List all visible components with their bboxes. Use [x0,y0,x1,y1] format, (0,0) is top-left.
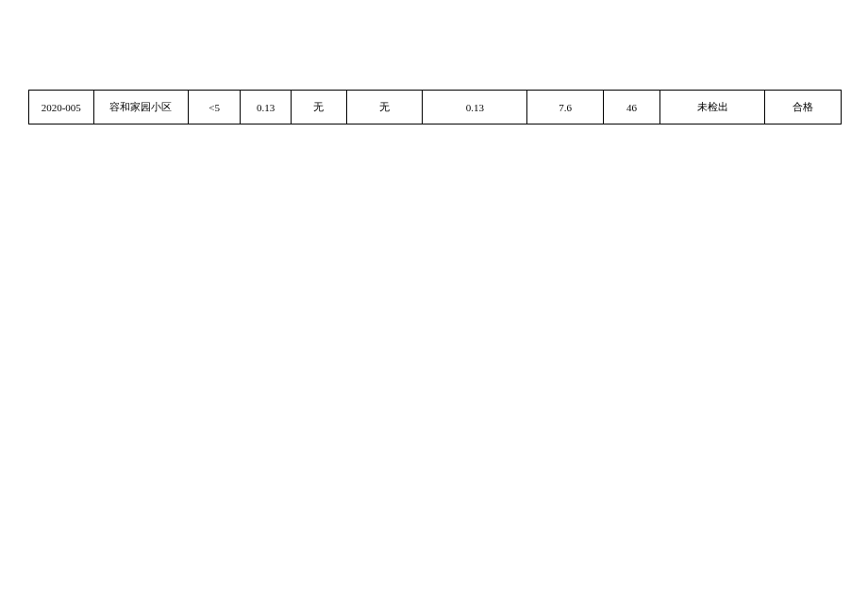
data-table: 2020-005 容和家园小区 <5 0.13 无 无 0.13 7.6 46 … [28,90,842,124]
cell-name: 容和家园小区 [93,91,189,124]
cell-value-6: 0.13 [423,91,527,124]
cell-value-4: 无 [292,91,346,124]
cell-value-2: <5 [189,91,240,124]
cell-value-10: 合格 [765,91,842,124]
cell-value-5: 无 [346,91,423,124]
cell-value-7: 7.6 [527,91,604,124]
data-table-container: 2020-005 容和家园小区 <5 0.13 无 无 0.13 7.6 46 … [28,90,842,124]
cell-value-8: 46 [603,91,659,124]
cell-value-9: 未检出 [660,91,765,124]
cell-value-3: 0.13 [240,91,291,124]
cell-id: 2020-005 [29,91,94,124]
table-row: 2020-005 容和家园小区 <5 0.13 无 无 0.13 7.6 46 … [29,91,842,124]
